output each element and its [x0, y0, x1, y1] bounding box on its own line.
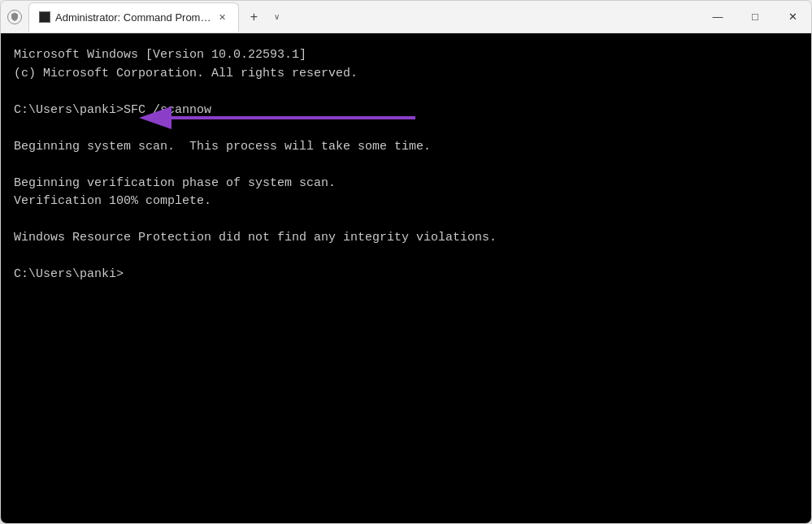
terminal-line-1: (c) Microsoft Corporation. All rights re…	[14, 65, 798, 84]
terminal-line-0: Microsoft Windows [Version 10.0.22593.1]	[14, 46, 798, 65]
window: Administrator: Command Prom… ✕ + ∨ — □ ✕…	[0, 0, 812, 524]
titlebar-left: Administrator: Command Prom… ✕ + ∨	[7, 1, 286, 33]
minimize-button[interactable]: —	[699, 1, 736, 33]
shield-icon	[7, 10, 22, 24]
close-button[interactable]: ✕	[774, 1, 811, 33]
tab-label: Administrator: Command Prom…	[55, 11, 211, 24]
terminal-body[interactable]: Microsoft Windows [Version 10.0.22593.1]…	[1, 33, 811, 523]
terminal-blank-4	[14, 211, 798, 230]
terminal-blank-2	[14, 119, 798, 138]
terminal-line-3: C:\Users\panki>SFC /scannow	[14, 102, 798, 120]
terminal-blank-3	[14, 156, 798, 175]
terminal-line-7: Beginning verification phase of system s…	[14, 175, 798, 193]
active-tab[interactable]: Administrator: Command Prom… ✕	[28, 2, 239, 32]
terminal-line-5: Beginning system scan. This process will…	[14, 138, 798, 157]
new-tab-button[interactable]: +	[241, 4, 267, 30]
terminal-line-10: Windows Resource Protection did not find…	[14, 229, 798, 248]
window-controls: — □ ✕	[699, 1, 811, 33]
terminal-line-8: Verification 100% complete.	[14, 193, 798, 211]
terminal-tab-icon	[39, 11, 50, 23]
terminal-blank-5	[14, 248, 798, 266]
titlebar: Administrator: Command Prom… ✕ + ∨ — □ ✕	[1, 1, 811, 33]
terminal-line-12: C:\Users\panki>	[14, 266, 798, 284]
tab-dropdown-button[interactable]: ∨	[267, 7, 286, 27]
terminal-blank-1	[14, 83, 798, 102]
tab-group: Administrator: Command Prom… ✕ + ∨	[28, 1, 286, 33]
maximize-button[interactable]: □	[736, 1, 774, 33]
tab-close-button[interactable]: ✕	[215, 11, 228, 24]
